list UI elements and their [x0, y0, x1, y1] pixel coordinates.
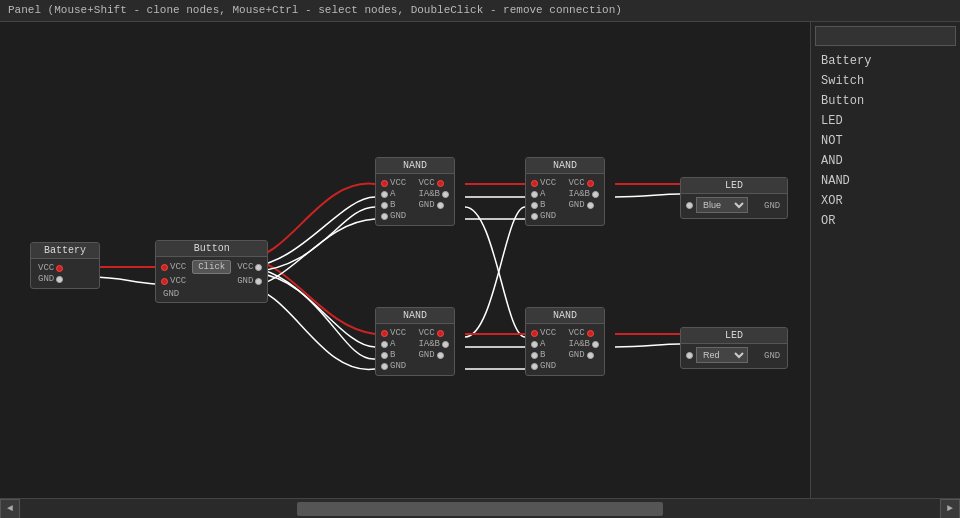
- nand3-gnd-in[interactable]: [381, 363, 388, 370]
- battery-vcc-out[interactable]: [56, 265, 63, 272]
- nand3-node[interactable]: NAND VCC A B GND VCC IA&B GND: [375, 307, 455, 376]
- nand2-vcc-in[interactable]: [531, 180, 538, 187]
- battery-node[interactable]: Battery VCC GND: [30, 242, 100, 289]
- led-red-node[interactable]: LED Red Blue Green GND: [680, 327, 788, 369]
- nand4-vcc-in[interactable]: [531, 330, 538, 337]
- sidebar: Battery Switch Button LED NOT AND NAND X…: [810, 22, 960, 498]
- search-input[interactable]: [815, 26, 956, 46]
- nand1-vcc-out[interactable]: [437, 180, 444, 187]
- button-vcc-in[interactable]: [161, 264, 168, 271]
- nand3-body: VCC A B GND VCC IA&B GND: [376, 324, 454, 375]
- sidebar-item-battery[interactable]: Battery: [815, 52, 956, 70]
- button-title: Button: [156, 241, 267, 257]
- sidebar-item-switch[interactable]: Switch: [815, 72, 956, 90]
- sidebar-item-xor[interactable]: XOR: [815, 192, 956, 210]
- nand2-gnd-out[interactable]: [587, 202, 594, 209]
- nand3-a-in[interactable]: [381, 341, 388, 348]
- nand4-vcc-out[interactable]: [587, 330, 594, 337]
- nand2-gnd-in[interactable]: [531, 213, 538, 220]
- nand3-out[interactable]: [442, 341, 449, 348]
- button-gnd-out[interactable]: [255, 278, 262, 285]
- nand2-node[interactable]: NAND VCC A B GND VCC IA&B GND: [525, 157, 605, 226]
- nand1-vcc-in[interactable]: [381, 180, 388, 187]
- nand1-a-in[interactable]: [381, 191, 388, 198]
- scroll-track[interactable]: [22, 502, 938, 516]
- main-area: Battery VCC GND Button VCC: [0, 22, 960, 498]
- nand4-gnd-out[interactable]: [587, 352, 594, 359]
- nand2-body: VCC A B GND VCC IA&B GND: [526, 174, 604, 225]
- led-blue-in[interactable]: [686, 202, 693, 209]
- nand1-b-in[interactable]: [381, 202, 388, 209]
- nand3-b-in[interactable]: [381, 352, 388, 359]
- scroll-right-arrow[interactable]: ►: [940, 499, 960, 519]
- nand2-title: NAND: [526, 158, 604, 174]
- scroll-thumb[interactable]: [297, 502, 663, 516]
- led-blue-body: Blue Red Green GND: [681, 194, 787, 218]
- sidebar-item-and[interactable]: AND: [815, 152, 956, 170]
- sidebar-item-led[interactable]: LED: [815, 112, 956, 130]
- scroll-left-arrow[interactable]: ◄: [0, 499, 20, 519]
- nand4-gnd-in[interactable]: [531, 363, 538, 370]
- sidebar-item-nand[interactable]: NAND: [815, 172, 956, 190]
- sidebar-item-or[interactable]: OR: [815, 212, 956, 230]
- header-text: Panel (Mouse+Shift - clone nodes, Mouse+…: [8, 4, 622, 16]
- nand4-b-in[interactable]: [531, 352, 538, 359]
- nand2-vcc-out[interactable]: [587, 180, 594, 187]
- nand4-body: VCC A B GND VCC IA&B GND: [526, 324, 604, 375]
- battery-gnd-row: GND: [36, 274, 94, 284]
- led-red-color-select[interactable]: Red Blue Green: [696, 347, 748, 363]
- battery-vcc-row: VCC: [36, 263, 94, 273]
- nand4-title: NAND: [526, 308, 604, 324]
- button-node[interactable]: Button VCC Click VCC VCC: [155, 240, 268, 303]
- nand3-title: NAND: [376, 308, 454, 324]
- nand3-gnd-out[interactable]: [437, 352, 444, 359]
- nand1-node[interactable]: NAND VCC A B GND VCC IA&B GND: [375, 157, 455, 226]
- canvas[interactable]: Battery VCC GND Button VCC: [0, 22, 810, 498]
- battery-gnd-out[interactable]: [56, 276, 63, 283]
- nand4-out[interactable]: [592, 341, 599, 348]
- nand1-body: VCC A B GND VCC IA&B GND: [376, 174, 454, 225]
- header-bar: Panel (Mouse+Shift - clone nodes, Mouse+…: [0, 0, 960, 22]
- led-red-title: LED: [681, 328, 787, 344]
- nand1-out[interactable]: [442, 191, 449, 198]
- led-blue-color-select[interactable]: Blue Red Green: [696, 197, 748, 213]
- button-vcc2-in[interactable]: [161, 278, 168, 285]
- nand4-node[interactable]: NAND VCC A B GND VCC IA&B GND: [525, 307, 605, 376]
- button-vcc-out[interactable]: [255, 264, 262, 271]
- nand2-b-in[interactable]: [531, 202, 538, 209]
- nand1-title: NAND: [376, 158, 454, 174]
- led-red-body: Red Blue Green GND: [681, 344, 787, 368]
- button-click[interactable]: Click: [192, 260, 231, 274]
- nand1-gnd-in[interactable]: [381, 213, 388, 220]
- horizontal-scrollbar[interactable]: ◄ ►: [0, 498, 960, 518]
- nand2-a-in[interactable]: [531, 191, 538, 198]
- sidebar-item-button[interactable]: Button: [815, 92, 956, 110]
- nand1-gnd-out[interactable]: [437, 202, 444, 209]
- nand3-vcc-out[interactable]: [437, 330, 444, 337]
- battery-body: VCC GND: [31, 259, 99, 288]
- sidebar-item-not[interactable]: NOT: [815, 132, 956, 150]
- button-body: VCC Click VCC VCC GND: [156, 257, 267, 302]
- led-red-in[interactable]: [686, 352, 693, 359]
- nand4-a-in[interactable]: [531, 341, 538, 348]
- nand2-out[interactable]: [592, 191, 599, 198]
- led-blue-title: LED: [681, 178, 787, 194]
- battery-title: Battery: [31, 243, 99, 259]
- connections-svg: [0, 22, 810, 498]
- nand3-vcc-in[interactable]: [381, 330, 388, 337]
- led-blue-node[interactable]: LED Blue Red Green GND: [680, 177, 788, 219]
